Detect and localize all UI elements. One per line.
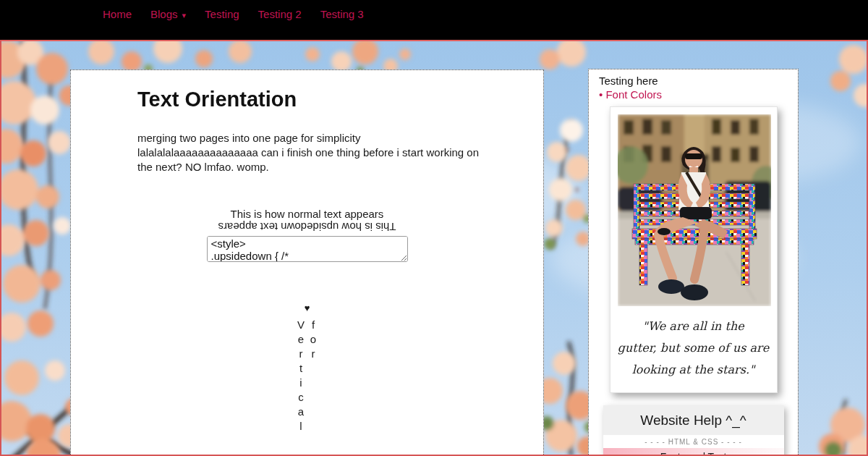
main-content: Text Orientation merging two pages into … [70, 69, 544, 456]
nav-item-blogs-label: Blogs [150, 8, 178, 20]
nav-item-blogs[interactable]: Blogs▾ [150, 8, 186, 20]
page-title: Text Orientation [137, 88, 543, 111]
sidebar-heading: Testing here [599, 75, 791, 87]
help-item-fonts-and-text[interactable]: Fonts and Text [603, 448, 784, 456]
quote-line-3: looking at the stars." [618, 359, 770, 381]
vertical-text-wrap: Vertical for [71, 313, 543, 456]
nav-item-testing-3[interactable]: Testing 3 [320, 8, 364, 20]
vertical-text: Vertical for [295, 318, 320, 456]
heart-icon: ♥ [71, 303, 543, 313]
website-help-box: Website Help ^_^ - - - - HTML & CSS - - … [603, 405, 784, 456]
font-colors-label: Font Colors [605, 88, 662, 101]
help-section-label: - - - - HTML & CSS - - - - [603, 435, 784, 448]
nav-item-home[interactable]: Home [103, 8, 132, 20]
style-code-textarea[interactable]: <style> .upsidedown { /* [207, 236, 408, 262]
sidebar: Testing here • Font Colors [588, 69, 799, 456]
quote-line-1: "We are all in the [618, 316, 770, 337]
upsidedown-text-line: This is how upsidedown text appears [71, 221, 543, 233]
chevron-down-icon: ▾ [182, 11, 187, 20]
bench-photo [618, 114, 771, 306]
website-help-title: Website Help ^_^ [603, 405, 784, 435]
quote-line-2: gutter, but some of us are [618, 337, 770, 359]
font-colors-link[interactable]: • Font Colors [599, 88, 791, 101]
normal-text-line: This is how normal text appears [71, 208, 543, 220]
top-nav: Home Blogs▾ Testing Testing 2 Testing 3 [0, 0, 868, 41]
nav-item-testing-2[interactable]: Testing 2 [258, 8, 302, 20]
polaroid-card: "We are all in the gutter, but some of u… [610, 106, 778, 393]
bullet-icon: • [599, 88, 603, 101]
intro-line-1: merging two pages into one page for simp… [137, 132, 361, 144]
polaroid-quote: "We are all in the gutter, but some of u… [618, 306, 770, 392]
intro-line-2: lalalalalaaaaaaaaaaaaaa can i finish one… [137, 146, 479, 173]
nav-item-testing[interactable]: Testing [205, 8, 239, 20]
intro-paragraph: merging two pages into one page for simp… [137, 131, 486, 174]
